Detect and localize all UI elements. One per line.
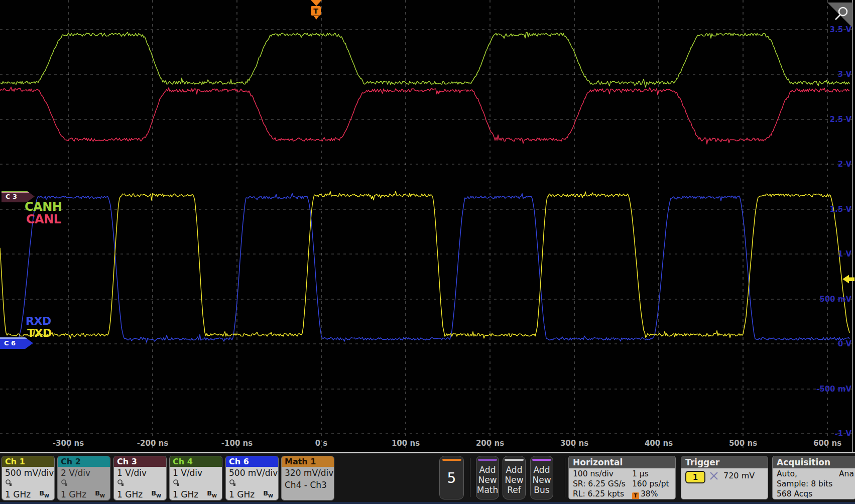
acquisition-panel-title: Acquisition bbox=[773, 456, 855, 468]
channel-3-bandwidth: 1 GHz bbox=[117, 489, 143, 499]
add-new-ref-label: Add New Ref bbox=[505, 465, 523, 495]
trigger-level: 720 mV bbox=[723, 471, 755, 480]
math-accent-bar bbox=[478, 459, 497, 461]
trigger-level-arrow-icon[interactable] bbox=[0, 0, 855, 452]
math-1-scale: 320 mV/div bbox=[285, 468, 334, 478]
acquisition-count: 568 Acqs bbox=[777, 489, 812, 498]
probe-icon bbox=[5, 479, 13, 487]
math-1-badge[interactable]: Math 1 320 mV/div Ch4 - Ch3 bbox=[281, 456, 334, 500]
probe-icon bbox=[61, 479, 69, 487]
horizontal-duration: 1 µs bbox=[632, 469, 649, 478]
overlay-waveform-count-button[interactable]: 5 bbox=[439, 456, 464, 499]
channel-4-scale: 1 V/div bbox=[173, 468, 222, 478]
horizontal-record-length: RL: 6.25 kpts bbox=[573, 489, 624, 498]
horizontal-panel-title: Horizontal bbox=[569, 456, 675, 468]
bottom-settings-bar: Ch 1 500 mV/div 1 GHz BW Ch 2 2 V/div 1 … bbox=[0, 452, 855, 504]
channel-4-badge[interactable]: Ch 4 1 V/div 1 GHz BW bbox=[169, 456, 222, 500]
screen-bottom-edge bbox=[0, 502, 855, 504]
channel-6-scale: 500 mV/div bbox=[229, 468, 278, 478]
add-new-math-button[interactable]: Add New Math bbox=[476, 456, 499, 499]
bandwidth-limit-icon: BW bbox=[151, 489, 161, 498]
channel-3-scale: 1 V/div bbox=[117, 468, 166, 478]
bandwidth-limit-icon: BW bbox=[207, 489, 217, 498]
either-edge-icon bbox=[709, 471, 718, 480]
oscilloscope-screen: C 3 C 6 CANH CANL RXD TXD 3.5 V3 V2.5 V2… bbox=[0, 0, 855, 504]
channel-2-scale: 2 V/div bbox=[61, 468, 110, 478]
channel-3-name: Ch 3 bbox=[114, 456, 166, 467]
add-new-math-label: Add New Math bbox=[477, 465, 499, 495]
acquisition-mode-extra: Ana bbox=[839, 469, 854, 478]
trigger-panel-title: Trigger bbox=[681, 456, 768, 468]
bandwidth-limit-icon: BW bbox=[263, 489, 273, 498]
probe-icon bbox=[117, 479, 125, 487]
horizontal-resolution: 160 ps/pt bbox=[632, 479, 669, 488]
acquisition-settings-panel[interactable]: Acquisition Auto, Ana Sample: 8 bits 568… bbox=[772, 456, 855, 499]
separator bbox=[470, 458, 470, 497]
add-new-ref-button[interactable]: Add New Ref bbox=[503, 456, 526, 499]
bus-accent-bar bbox=[532, 459, 551, 461]
math-1-name: Math 1 bbox=[282, 456, 334, 467]
horizontal-scale: 100 ns/div bbox=[573, 469, 614, 478]
channel-6-badge[interactable]: Ch 6 500 mV/div 1 GHz BW bbox=[225, 456, 279, 500]
trigger-settings-panel[interactable]: Trigger 1 720 mV bbox=[681, 456, 768, 499]
horizontal-settings-panel[interactable]: Horizontal 100 ns/div 1 µs SR: 6.25 GS/s… bbox=[568, 456, 676, 499]
separator bbox=[565, 458, 565, 497]
channel-4-name: Ch 4 bbox=[170, 456, 222, 467]
channel-1-bandwidth: 1 GHz bbox=[5, 489, 31, 499]
bandwidth-limit-icon: BW bbox=[95, 489, 105, 498]
channel-2-badge[interactable]: Ch 2 2 V/div 1 GHz BW bbox=[57, 456, 110, 500]
channel-1-scale: 500 mV/div bbox=[5, 468, 54, 478]
ref-accent-bar bbox=[505, 459, 524, 461]
bar-separator-line bbox=[0, 452, 855, 453]
trigger-flag-icon: T bbox=[632, 492, 639, 499]
horizontal-trigger-position: T38% bbox=[632, 489, 658, 499]
add-new-bus-label: Add New Bus bbox=[532, 465, 551, 495]
channel-2-name: Ch 2 bbox=[58, 456, 110, 467]
add-new-bus-button[interactable]: Add New Bus bbox=[530, 456, 553, 499]
channel-1-badge[interactable]: Ch 1 500 mV/div 1 GHz BW bbox=[2, 456, 55, 500]
channel-6-bandwidth: 1 GHz bbox=[229, 489, 255, 499]
horizontal-sample-rate: SR: 6.25 GS/s bbox=[573, 479, 626, 488]
overlay-count: 5 bbox=[447, 470, 456, 486]
draw-zoom-box-button[interactable] bbox=[0, 0, 855, 35]
acquisition-sample-bits: Sample: 8 bits bbox=[777, 479, 832, 488]
bandwidth-limit-icon: BW bbox=[39, 489, 49, 498]
trigger-source-badge: 1 bbox=[685, 471, 705, 483]
channel-1-name: Ch 1 bbox=[2, 456, 54, 467]
overlay-accent-bar bbox=[442, 459, 461, 461]
probe-icon bbox=[229, 479, 237, 487]
math-1-source: Ch4 - Ch3 bbox=[285, 480, 334, 490]
channel-3-badge[interactable]: Ch 3 1 V/div 1 GHz BW bbox=[113, 456, 167, 500]
acquisition-mode: Auto, bbox=[777, 469, 797, 478]
channel-6-name: Ch 6 bbox=[226, 456, 278, 467]
probe-icon bbox=[173, 479, 181, 487]
channel-2-bandwidth: 1 GHz bbox=[61, 489, 86, 499]
channel-4-bandwidth: 1 GHz bbox=[173, 489, 198, 499]
